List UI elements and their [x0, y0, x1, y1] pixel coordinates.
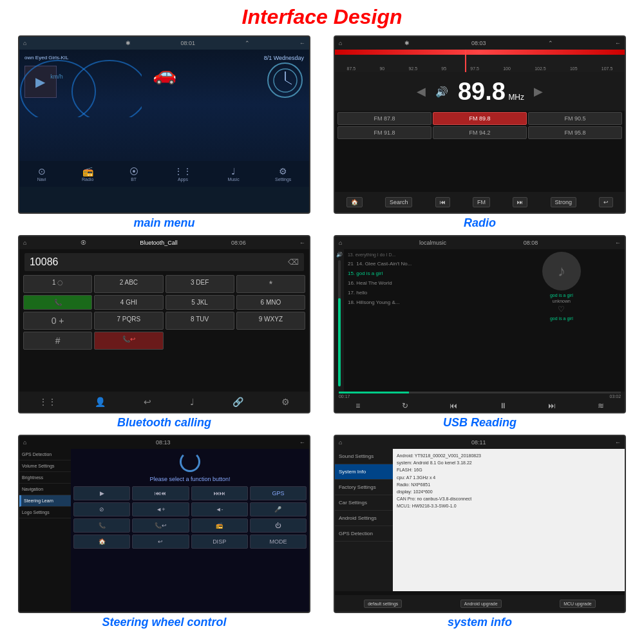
s1-nav-apps[interactable]: ⋮⋮ Apps	[174, 166, 192, 182]
s1-nav-navi-icon: ⊙	[38, 166, 46, 176]
s6-menu-factory[interactable]: Factory Settings	[335, 480, 393, 495]
screen-usb[interactable]: ⌂ localmusic 08:08 ← 🔊 13. everything I …	[334, 235, 626, 413]
s4-track-16[interactable]: 16. Heal The World	[344, 278, 498, 288]
s6-default-btn[interactable]: default settings	[364, 600, 402, 608]
s3-key-5[interactable]: 5 JKL	[166, 295, 234, 310]
s5-btn-mute[interactable]: ⊘	[73, 502, 130, 516]
screen-bluetooth[interactable]: ⌂ ⦿ Bluetooth_Call 08:06 ← 10086 ⌫ 1 ◌ 2…	[18, 235, 310, 413]
s3-key-9[interactable]: 9 WXYZ	[236, 312, 305, 330]
s3-dialed-number: 10086	[30, 256, 59, 268]
s1-nav-music[interactable]: ♩ Music	[227, 166, 239, 182]
s2-search-btn[interactable]: Search	[385, 197, 413, 207]
s5-sidebar-navigation[interactable]: Navigation	[19, 484, 71, 495]
s2-strong-btn[interactable]: Strong	[551, 197, 577, 207]
s3-key-call[interactable]: 📞	[23, 295, 92, 310]
s4-track-15[interactable]: 15. god is a girl	[344, 269, 498, 278]
s3-dialpad-icon[interactable]: ⋮⋮	[39, 397, 57, 407]
s5-sidebar-logo[interactable]: Logo Settings	[19, 507, 71, 518]
s4-repeat-icon[interactable]: ↻	[402, 401, 408, 410]
s1-nav-radio[interactable]: 📻 Radio	[82, 166, 93, 182]
s4-volume-slider[interactable]: 🔊	[335, 249, 344, 392]
s3-link-icon[interactable]: 🔗	[232, 397, 243, 407]
s4-track-17[interactable]: 17. hello	[344, 288, 498, 298]
s6-mcu-upgrade-btn[interactable]: MCU upgrade	[560, 600, 596, 608]
s3-recent-icon[interactable]: ↩	[144, 397, 151, 407]
s5-btn-back[interactable]: ↩	[132, 535, 189, 549]
s3-key-3[interactable]: 3 DEF	[166, 275, 234, 293]
s3-music-icon[interactable]: ♩	[190, 397, 194, 407]
s5-btn-endcall[interactable]: 📞↩	[132, 518, 189, 533]
screen-radio[interactable]: ⌂ ✱ 08:03 ⌃ ← 87.5 90 92.5 95 97.5 100 1…	[334, 35, 626, 214]
s4-track-18[interactable]: 18. Hillsong Young &...	[344, 298, 498, 307]
s2-preset-list: FM 87.8 FM 89.8 FM 90.5 FM 91.8 FM 94.2 …	[335, 111, 625, 140]
s6-menu-sound[interactable]: Sound Settings	[335, 449, 393, 464]
s6-menu-android[interactable]: Android Settings	[335, 511, 393, 526]
s4-track-14[interactable]: 21 14. Glee Cast-Ain't No...	[344, 259, 498, 269]
s3-key-7[interactable]: 7 PQRS	[94, 312, 163, 330]
s5-btn-mode[interactable]: MODE	[250, 535, 307, 549]
screen-steering[interactable]: ⌂ 08:13 ← GPS Detection Volume Settings …	[18, 435, 310, 613]
s3-key-8[interactable]: 8 TUV	[166, 312, 234, 330]
s2-prev-btn[interactable]: ⏮	[435, 197, 450, 207]
s3-contacts-icon[interactable]: 👤	[95, 397, 106, 407]
s2-preset-4[interactable]: FM 91.8	[337, 126, 431, 139]
s3-key-1[interactable]: 1 ◌	[23, 275, 92, 293]
s5-btn-call[interactable]: 📞	[73, 518, 130, 533]
s2-preset-3[interactable]: FM 90.5	[528, 112, 622, 125]
s6-bottom-bar: default settings Android upgrade MCU upg…	[335, 595, 625, 612]
s3-key-hash[interactable]: #	[23, 332, 92, 350]
s3-backspace-icon[interactable]: ⌫	[288, 258, 299, 267]
s1-nav-settings[interactable]: ⚙ Settings	[275, 166, 291, 182]
s2-freq-right[interactable]: ▶	[534, 84, 543, 99]
s5-btn-power[interactable]: ⏻	[250, 518, 307, 533]
s2-back-btn[interactable]: ↩	[599, 197, 613, 207]
s5-refresh-icon[interactable]	[180, 451, 200, 472]
s4-next-icon[interactable]: ⏭	[548, 401, 556, 410]
s3-key-star[interactable]: *	[236, 275, 305, 293]
s2-freq-left[interactable]: ◀	[417, 84, 426, 99]
s2-next-btn[interactable]: ⏭	[513, 197, 527, 207]
s5-btn-gps[interactable]: GPS	[250, 486, 307, 500]
s2-fm-btn[interactable]: FM	[473, 197, 490, 207]
s4-progress-fill	[339, 392, 410, 393]
s3-key-2[interactable]: 2 ABC	[94, 275, 163, 293]
s2-preset-1[interactable]: FM 87.8	[337, 112, 431, 125]
s5-btn-home[interactable]: 🏠	[73, 535, 130, 549]
s6-menu-car[interactable]: Car Settings	[335, 495, 393, 511]
s5-btn-next[interactable]: ⏭⏭	[191, 486, 248, 500]
s1-nav-navi[interactable]: ⊙ Navi	[37, 166, 46, 182]
s2-preset-2[interactable]: FM 89.8	[433, 112, 527, 125]
s4-progress-bar[interactable]	[339, 392, 621, 393]
s5-btn-voldown[interactable]: ◄-	[191, 502, 248, 516]
s5-sidebar-brightness[interactable]: Brightness	[19, 472, 71, 484]
s4-prev-icon[interactable]: ⏮	[450, 401, 457, 410]
s6-menu-sysinfo[interactable]: System Info	[335, 464, 393, 480]
s4-eq-icon[interactable]: ≋	[598, 401, 604, 410]
s3-key-4[interactable]: 4 GHI	[94, 295, 163, 310]
s4-track-13[interactable]: 13. everything I do I D...	[344, 251, 498, 259]
s5-sidebar-steering[interactable]: Steering Learn	[19, 495, 71, 507]
s5-btn-disp[interactable]: DISP	[191, 535, 248, 549]
s6-menu-gps[interactable]: GPS Detection	[335, 526, 393, 542]
screen-system[interactable]: ⌂ 08:11 ← Sound Settings System Info Fac…	[334, 435, 626, 613]
screen-main-menu[interactable]: ⌂ ✱ 08:01 ⌃ ← own Eyed Girls-KIL 8/1 Wed…	[18, 35, 310, 214]
s1-nav-bt[interactable]: ⦿ BT	[129, 166, 138, 182]
s4-heart-icon[interactable]: ♡	[558, 305, 565, 314]
s5-sidebar-volume[interactable]: Volume Settings	[19, 460, 71, 472]
s5-btn-prev[interactable]: ⏮⏮	[132, 486, 189, 500]
s6-android-upgrade-btn[interactable]: Android upgrade	[460, 600, 502, 608]
s4-play-icon[interactable]: ⏸	[499, 401, 507, 410]
s5-btn-volup[interactable]: ◄+	[132, 502, 189, 516]
s3-key-6[interactable]: 6 MNO	[236, 295, 305, 310]
s3-settings-icon[interactable]: ⚙	[281, 397, 290, 407]
s5-btn-mic[interactable]: 🎤	[250, 502, 307, 516]
s4-playlist-icon[interactable]: ≡	[355, 401, 360, 410]
s2-preset-6[interactable]: FM 95.8	[528, 126, 622, 139]
s2-home-btn[interactable]: 🏠	[346, 197, 363, 207]
s5-btn-play[interactable]: ▶	[73, 486, 130, 500]
s3-key-0[interactable]: 0 +	[23, 312, 92, 330]
s2-preset-5[interactable]: FM 94.2	[433, 126, 527, 139]
s3-key-endcall[interactable]: 📞↩	[94, 332, 163, 350]
s5-sidebar-gps[interactable]: GPS Detection	[19, 449, 71, 460]
s5-btn-radio[interactable]: 📻	[191, 518, 248, 533]
